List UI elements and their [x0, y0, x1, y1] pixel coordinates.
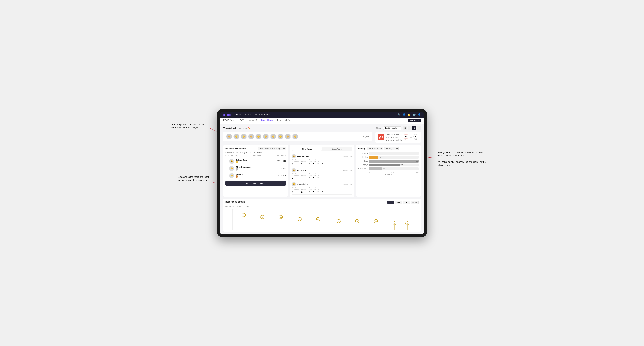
lb-score-3: 17/20 [277, 174, 282, 176]
lb-name-3: Cameron... [236, 173, 276, 175]
add-team-button[interactable]: Add Team [408, 119, 421, 123]
bottom-filters: OTT APP ARG PUTT [388, 201, 418, 204]
scoring-header: Scoring Par 3, 4 & 5s All Players [358, 147, 418, 150]
person-icon[interactable]: 👤 [402, 113, 406, 116]
shot-circles: 16 yds — 0 yds [404, 134, 418, 141]
chart-axis: 0 200 400 [358, 171, 418, 173]
practice-activities-block-2: Total Practice Activities OTT0 APP0 ARG0… [309, 173, 326, 179]
lb-avatar-2: 😊 [229, 166, 234, 171]
lb-avatar-3: 😊 [229, 173, 234, 178]
page-wrapper: Select a practice drill and see the lead… [217, 109, 427, 237]
bar-label-bogeys: Bogeys [358, 164, 368, 166]
view-icons: ⊞ ≡ ▦ ↕ [403, 126, 421, 130]
list-view-icon[interactable]: ≡ [408, 126, 412, 130]
annotation-bottom-left: See who is the most and least active amo… [178, 175, 214, 182]
bar-row-eagles: Eagles 3 [358, 152, 418, 155]
card-view-icon[interactable]: ▦ [412, 126, 416, 130]
total-rounds-block-3: Total Rounds Tournament 7 Practice [292, 187, 306, 193]
activity-row-3: 😊 Josh Coles 26 Aug 2023 Total Rounds To [292, 181, 352, 195]
axis-label-0: 0 [369, 171, 370, 173]
best-rounds-header: Best Round Streaks OTT APP ARG PUTT [226, 201, 418, 204]
settings-icon[interactable]: ⚙️ [413, 113, 416, 116]
bar-value-pars: 499 [415, 160, 418, 162]
activity-row-2: 😊 Rees Britt 02 Sep 2023 Total Rounds To [292, 167, 352, 181]
shot-badge: 198 SC [378, 134, 384, 141]
shot-info-card: 198 SC Shot Dist: 16 yds Start Lie: Roug… [376, 132, 421, 143]
bar-label-pars: Pars [358, 160, 368, 162]
nav-link-performance[interactable]: My Performance [254, 113, 270, 116]
par-date-2: 02 Sep 2023 [343, 169, 352, 171]
edit-icon[interactable]: ✏️ [248, 127, 251, 130]
subnav-teamclippd[interactable]: Team Clippd [261, 119, 273, 122]
player-avatar-1[interactable]: 😊 [226, 134, 232, 140]
team-name: Team Clippd [223, 127, 236, 130]
activity-row-1: 😊 Blair McHarg 26 Aug 2023 Total Rounds [292, 153, 352, 167]
shot-circle-2: 0 yds [413, 134, 418, 141]
lb-player-3-info: Cameron... 3 [236, 173, 276, 178]
lb-avg-2: 107 [283, 168, 286, 169]
sub-nav: PGAT Players PGA Hcaps 1-5 Team Clippd T… [220, 118, 424, 124]
player-avatar-10[interactable]: 😊 [292, 134, 298, 140]
subnav-allplayers[interactable]: All Players [284, 119, 294, 122]
bar-row-dbogeys: D. Bogeys + 131 [358, 168, 418, 170]
lb-name-2: Edward Crossman [236, 166, 276, 168]
subnav-pga[interactable]: PGA [240, 119, 244, 122]
subnav-pgat[interactable]: PGAT Players [223, 119, 236, 122]
subnav-hcaps[interactable]: Hcaps 1-5 [248, 119, 258, 122]
shot-details: Shot Dist: 16 yds Start Lie: Rough End L… [386, 134, 402, 141]
scoring-player-filter[interactable]: All Players [384, 147, 399, 150]
filter-app[interactable]: APP [395, 201, 402, 204]
team-controls: Show: Last 3 months Last 6 months Last y… [376, 126, 421, 130]
player-avatar-6[interactable]: 😊 [263, 134, 269, 140]
par-header-1: 😊 Blair McHarg 26 Aug 2023 [292, 154, 352, 158]
total-rounds-block-2: Total Rounds Tournament 8 Practice [292, 173, 306, 179]
lb-score-2: 18/20 [277, 168, 282, 169]
nav-link-teams[interactable]: Teams [245, 113, 251, 116]
bar-value-bogeys: 311 [400, 164, 403, 166]
scoring-bar-chart: Eagles 3 Birdies [358, 152, 418, 170]
nav-link-home[interactable]: Home [236, 113, 241, 116]
most-active-tab[interactable]: Most Active [292, 147, 322, 151]
total-rounds-block-1: Total Rounds Tournament 7 Practice [292, 159, 306, 165]
grid-view-icon[interactable]: ⊞ [403, 126, 407, 130]
activity-stats-3: Total Rounds Tournament 7 Practice [292, 187, 352, 193]
leaderboard-card-header: Practice Leaderboards PUTT Must Make Put… [226, 147, 286, 150]
player-avatar-5[interactable]: 😊 [256, 134, 262, 140]
filter-ott[interactable]: OTT [388, 201, 394, 204]
tablet-frame: clippd Home Teams My Performance 🔍 👤 🔔 ⚙… [217, 109, 427, 237]
filter-arg[interactable]: ARG [403, 201, 410, 204]
players-row: 😊 😊 😊 😊 😊 😊 😊 😊 😊 😊 Players [223, 132, 372, 141]
view-full-leaderboard-button[interactable]: View Full Leaderboard [226, 181, 286, 185]
leaderboard-dropdown[interactable]: PUTT Must Make Putting ... [258, 147, 286, 150]
lb-player-2-info: Edward Crossman 2 [236, 166, 276, 171]
bell-icon[interactable]: 🔔 [408, 113, 410, 116]
par-name-1: Blair McHarg [297, 155, 309, 157]
player-avatar-2[interactable]: 😊 [234, 134, 240, 140]
least-active-tab[interactable]: Least Active [322, 147, 352, 151]
shot-dash: — [410, 136, 412, 139]
player-avatar-8[interactable]: 😊 [278, 134, 284, 140]
bar-fill-pars [369, 160, 418, 163]
best-rounds-subtitle: Off The Tee, Fairway Accuracy [226, 205, 418, 207]
avatar-icon[interactable]: 👤 [418, 113, 421, 116]
scoring-par-filter[interactable]: Par 3, 4 & 5s [367, 147, 383, 150]
medal-silver-2: 2 [236, 168, 238, 171]
filter-putt[interactable]: PUTT [411, 201, 418, 204]
player-avatar-9[interactable]: 😊 [285, 134, 291, 140]
practice-activities-block-3: Total Practice Activities OTT0 APP0 ARG0… [309, 187, 326, 193]
sort-icon[interactable]: ↕ [417, 126, 421, 130]
scoring-card: Scoring Par 3, 4 & 5s All Players [356, 145, 421, 197]
subnav-tour[interactable]: Tour [277, 119, 281, 122]
three-column-grid: Practice Leaderboards PUTT Must Make Put… [223, 145, 421, 197]
par-avatar-2: 😊 [292, 168, 296, 172]
bar-row-birdies: Birdies 96 [358, 156, 418, 159]
search-icon[interactable]: 🔍 [398, 113, 400, 116]
show-select[interactable]: Last 3 months Last 6 months Last year [383, 126, 402, 130]
player-avatar-3[interactable]: 😊 [241, 134, 247, 140]
lb-rank-1: 1 [226, 160, 228, 162]
player-avatar-7[interactable]: 😊 [270, 134, 276, 140]
shot-circle-1: 16 yds [404, 134, 408, 141]
player-avatar-4[interactable]: 😊 [248, 134, 254, 140]
bar-bg-birdies: 96 [369, 156, 418, 159]
leaderboard-subtitle: PUTT Must Make Putting (3-6 ft), Last 3 … [226, 152, 286, 154]
